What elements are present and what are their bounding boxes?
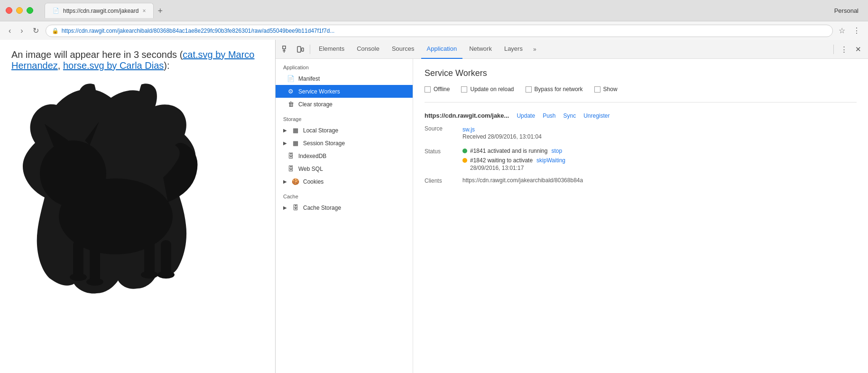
menu-icon[interactable]: ⋮	[851, 24, 862, 37]
devtools-more-button[interactable]: ⋮	[838, 43, 850, 56]
local-storage-icon: ▦	[292, 127, 299, 134]
sw-status2-dot	[462, 158, 467, 163]
devtools-actions: ⋮ ✕	[831, 43, 864, 56]
address-bar: ‹ › ↻ 🔒 https://cdn.rawgit.com/jakearchi…	[0, 21, 868, 40]
sidebar-item-cache-storage[interactable]: ▶ 🗄 Cache Storage	[276, 201, 413, 214]
tab-sources[interactable]: Sources	[386, 40, 420, 59]
traffic-lights	[6, 7, 33, 14]
devtools-panel: Elements Console Sources Application Net…	[275, 40, 868, 373]
sidebar-item-web-sql[interactable]: 🗄 Web SQL	[276, 162, 413, 175]
close-button[interactable]	[6, 7, 12, 14]
sw-entry: https://cdn.rawgit.com/jake... Update Pu…	[425, 108, 857, 192]
devtools-close-button[interactable]: ✕	[852, 43, 864, 56]
maximize-button[interactable]	[27, 7, 33, 14]
device-toolbar-button[interactable]	[294, 43, 307, 56]
show-option[interactable]: Show	[594, 86, 618, 93]
show-checkbox[interactable]	[594, 86, 600, 93]
bypass-for-network-checkbox[interactable]	[526, 86, 532, 93]
tab-elements[interactable]: Elements	[313, 40, 350, 59]
svg-rect-4	[73, 240, 83, 278]
update-on-reload-option[interactable]: Update on reload	[461, 86, 514, 93]
tab-network[interactable]: Network	[463, 40, 498, 59]
sw-source-link[interactable]: sw.js	[462, 126, 475, 133]
minimize-button[interactable]	[16, 7, 23, 14]
sidebar-item-cookies[interactable]: ▶ 🍪 Cookies	[276, 175, 413, 188]
devtools-tabs: Elements Console Sources Application Net…	[313, 40, 831, 59]
tab-favicon-icon: 📄	[53, 8, 59, 14]
secure-icon: 🔒	[52, 28, 59, 34]
svg-point-8	[70, 273, 87, 281]
page-text-after: ):	[164, 60, 169, 71]
sw-status-label: Status	[425, 148, 462, 155]
offline-option[interactable]: Offline	[425, 86, 450, 93]
actions-divider	[833, 45, 834, 54]
tab-bar: 📄 https://cdn.rawgit.com/jakeard × +	[45, 3, 831, 18]
tab-title: https://cdn.rawgit.com/jakeard	[63, 8, 139, 14]
back-button[interactable]: ‹	[6, 25, 14, 37]
indexeddb-icon: 🗄	[287, 152, 295, 159]
toolbar-divider	[310, 45, 310, 54]
sw-status1-row: #1841 activated and is running stop	[462, 148, 565, 154]
tab-layers[interactable]: Layers	[499, 40, 528, 59]
svg-point-9	[86, 278, 103, 286]
service-workers-icon: ⚙	[287, 88, 295, 95]
cache-section-label: Cache	[276, 188, 413, 201]
sw-update-link[interactable]: Update	[517, 112, 535, 119]
sw-received-text: Received 28/09/2016, 13:01:04	[462, 133, 542, 140]
sw-source-label: Source	[425, 125, 462, 132]
clear-storage-icon: 🗑	[287, 101, 295, 108]
sw-status2-row: #1842 waiting to activate skipWaiting 28…	[462, 157, 565, 171]
sw-skip-waiting-link[interactable]: skipWaiting	[536, 157, 565, 164]
storage-section-label: Storage	[276, 111, 413, 124]
bypass-for-network-option[interactable]: Bypass for network	[526, 86, 583, 93]
horse-link[interactable]: horse.svg by Carla Dias	[63, 60, 164, 71]
page-content: An image will appear here in 3 seconds (…	[0, 40, 275, 373]
inspect-element-button[interactable]	[279, 43, 293, 56]
sw-options-row: Offline Update on reload Bypass for netw…	[425, 86, 857, 93]
reload-button[interactable]: ↻	[30, 24, 42, 37]
sw-clients-value: https://cdn.rawgit.com/jakearchibald/803…	[462, 177, 583, 184]
sw-unregister-link[interactable]: Unregister	[583, 112, 609, 119]
svg-rect-6	[144, 235, 155, 276]
sw-source-row: Source sw.js Received 28/09/2016, 13:01:…	[425, 125, 857, 144]
main-content: An image will appear here in 3 seconds (…	[0, 40, 868, 373]
sw-url: https://cdn.rawgit.com/jake...	[425, 112, 509, 119]
tab-console[interactable]: Console	[351, 40, 385, 59]
devtools-sidebar: Application 📄 Manifest ⚙ Service Workers…	[276, 59, 413, 373]
tab-close-button[interactable]: ×	[142, 8, 146, 14]
svg-point-10	[141, 271, 158, 279]
sw-clients-row: Clients https://cdn.rawgit.com/jakearchi…	[425, 177, 857, 184]
forward-button[interactable]: ›	[18, 25, 26, 37]
sidebar-item-manifest[interactable]: 📄 Manifest	[276, 72, 413, 85]
sidebar-item-session-storage[interactable]: ▶ ▦ Session Storage	[276, 137, 413, 149]
page-text-mid: ,	[58, 60, 63, 71]
local-storage-arrow-icon: ▶	[283, 128, 288, 133]
svg-point-11	[157, 271, 175, 279]
update-on-reload-checkbox[interactable]	[461, 86, 467, 93]
sw-sync-link[interactable]: Sync	[563, 112, 576, 119]
active-tab[interactable]: 📄 https://cdn.rawgit.com/jakeard ×	[45, 3, 154, 18]
svg-rect-16	[302, 48, 304, 51]
sw-status2-time: 28/09/2016, 13:01:17	[470, 165, 565, 171]
offline-checkbox[interactable]	[425, 86, 431, 93]
sw-push-link[interactable]: Push	[543, 112, 555, 119]
session-storage-icon: ▦	[292, 140, 299, 147]
sidebar-item-service-workers[interactable]: ⚙ Service Workers	[276, 85, 413, 98]
web-sql-icon: 🗄	[287, 165, 295, 172]
cache-storage-arrow-icon: ▶	[283, 205, 288, 210]
sidebar-item-clear-storage[interactable]: 🗑 Clear storage	[276, 98, 413, 111]
tab-application[interactable]: Application	[421, 40, 463, 59]
new-tab-button[interactable]: +	[154, 4, 166, 18]
title-bar: 📄 https://cdn.rawgit.com/jakeard × + Per…	[0, 0, 868, 21]
sidebar-item-local-storage[interactable]: ▶ ▦ Local Storage	[276, 124, 413, 137]
sw-status1-dot	[462, 149, 467, 153]
address-text: https://cdn.rawgit.com/jakearchibald/803…	[62, 28, 827, 34]
address-input[interactable]: 🔒 https://cdn.rawgit.com/jakearchibald/8…	[46, 25, 833, 37]
sidebar-item-indexeddb[interactable]: 🗄 IndexedDB	[276, 149, 413, 162]
sw-stop-link[interactable]: stop	[551, 148, 562, 154]
manifest-icon: 📄	[287, 75, 295, 82]
sw-clients-label: Clients	[425, 177, 462, 184]
bookmark-icon[interactable]: ☆	[837, 24, 847, 37]
sw-divider	[425, 102, 857, 103]
more-tabs-button[interactable]: »	[529, 44, 540, 55]
